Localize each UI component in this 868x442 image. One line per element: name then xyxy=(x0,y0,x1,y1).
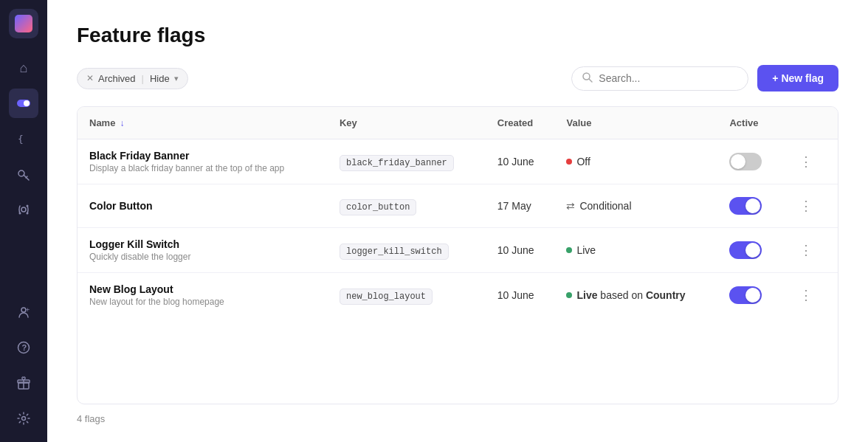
more-options-button[interactable]: ⋮ xyxy=(793,151,819,173)
cell-created: 10 June xyxy=(486,273,555,318)
cell-value: Live based on Country xyxy=(554,273,717,318)
search-icon xyxy=(582,72,593,85)
cell-key: color_button xyxy=(328,184,486,228)
cell-active xyxy=(717,139,782,184)
svg-point-9 xyxy=(27,213,29,215)
active-toggle[interactable] xyxy=(729,153,762,170)
status-dot xyxy=(566,292,572,298)
cell-name: Logger Kill SwitchQuickly disable the lo… xyxy=(78,228,328,273)
th-key: Key xyxy=(328,107,486,139)
new-flag-button[interactable]: + New flag xyxy=(757,65,838,91)
sort-arrow-icon[interactable]: ↓ xyxy=(120,118,124,128)
cell-value: ⇄Conditional xyxy=(554,184,717,228)
cell-name: Color Button xyxy=(78,184,328,228)
sidebar-item-home[interactable]: ⌂ xyxy=(9,53,38,83)
table-row: New Blog LayoutNew layout for the blog h… xyxy=(78,273,838,318)
table-row: Logger Kill SwitchQuickly disable the lo… xyxy=(78,228,838,273)
status-dot xyxy=(566,159,572,165)
cell-key: black_friday_banner xyxy=(328,139,486,184)
cell-more: ⋮ xyxy=(782,273,838,318)
th-value: Value xyxy=(554,107,717,139)
svg-text:?: ? xyxy=(22,343,27,352)
search-input[interactable] xyxy=(599,72,737,84)
cell-value: Off xyxy=(554,139,717,184)
sidebar-item-webhooks[interactable] xyxy=(9,195,38,224)
sidebar-item-gift[interactable] xyxy=(9,368,38,398)
more-options-button[interactable]: ⋮ xyxy=(793,195,819,217)
flags-count: 4 flags xyxy=(77,413,838,424)
more-options-button[interactable]: ⋮ xyxy=(793,239,819,261)
main-content: Feature flags ✕ Archived | Hide ▾ + New … xyxy=(47,0,868,442)
filter-hide-label: Hide xyxy=(150,73,170,84)
conditional-icon: ⇄ xyxy=(566,200,575,212)
active-toggle[interactable] xyxy=(729,197,762,215)
flags-table: Name ↓ Key Created Value Active Black Fr… xyxy=(78,107,838,317)
table-row: Color Buttoncolor_button17 May⇄Condition… xyxy=(78,184,838,228)
cell-active xyxy=(717,184,782,228)
svg-line-20 xyxy=(589,79,592,82)
cell-name: Black Friday BannerDisplay a black frida… xyxy=(78,139,328,184)
svg-text:+: + xyxy=(26,306,30,314)
th-name: Name ↓ xyxy=(78,107,328,139)
toolbar: ✕ Archived | Hide ▾ + New flag xyxy=(77,65,838,91)
filter-archived-label: Archived xyxy=(98,73,136,84)
filter-chevron-icon[interactable]: ▾ xyxy=(174,74,179,83)
svg-point-8 xyxy=(27,205,29,207)
status-dot xyxy=(566,247,572,253)
cell-created: 10 June xyxy=(486,228,555,273)
th-active: Active xyxy=(717,107,782,139)
more-options-button[interactable]: ⋮ xyxy=(793,284,819,306)
th-created: Created xyxy=(486,107,555,139)
cell-active xyxy=(717,228,782,273)
search-wrapper xyxy=(571,66,748,91)
sidebar-item-team[interactable]: + xyxy=(9,297,38,327)
cell-key: new_blog_layout xyxy=(328,273,486,318)
toolbar-right: + New flag xyxy=(571,65,838,91)
app-logo[interactable] xyxy=(9,9,38,38)
svg-point-6 xyxy=(21,207,26,212)
active-toggle[interactable] xyxy=(729,286,762,304)
svg-point-7 xyxy=(19,213,21,215)
cell-more: ⋮ xyxy=(782,139,838,184)
table-header-row: Name ↓ Key Created Value Active xyxy=(78,107,838,139)
svg-point-1 xyxy=(24,100,30,106)
sidebar-item-settings[interactable] xyxy=(9,404,38,433)
th-actions xyxy=(782,107,838,139)
cell-more: ⋮ xyxy=(782,228,838,273)
cell-more: ⋮ xyxy=(782,184,838,228)
sidebar-item-code[interactable]: { } xyxy=(9,124,38,153)
svg-text:{ }: { } xyxy=(18,134,30,145)
active-toggle[interactable] xyxy=(729,241,762,259)
sidebar-item-flags[interactable] xyxy=(9,89,38,118)
filter-divider: | xyxy=(142,73,144,84)
cell-name: New Blog LayoutNew layout for the blog h… xyxy=(78,273,328,318)
filter-close-icon[interactable]: ✕ xyxy=(86,73,94,83)
table-row: Black Friday BannerDisplay a black frida… xyxy=(78,139,838,184)
flags-table-container: Name ↓ Key Created Value Active Black Fr… xyxy=(77,106,838,404)
sidebar-item-help[interactable]: ? xyxy=(9,333,38,362)
page-title: Feature flags xyxy=(77,24,838,47)
cell-created: 17 May xyxy=(486,184,555,228)
cell-value: Live xyxy=(554,228,717,273)
cell-key: logger_kill_switch xyxy=(328,228,486,273)
cell-created: 10 June xyxy=(486,139,555,184)
filter-badge[interactable]: ✕ Archived | Hide ▾ xyxy=(77,68,188,89)
svg-point-18 xyxy=(22,417,26,421)
sidebar: ⌂ { } + xyxy=(0,0,47,442)
cell-active xyxy=(717,273,782,318)
sidebar-item-keys[interactable] xyxy=(9,159,38,189)
